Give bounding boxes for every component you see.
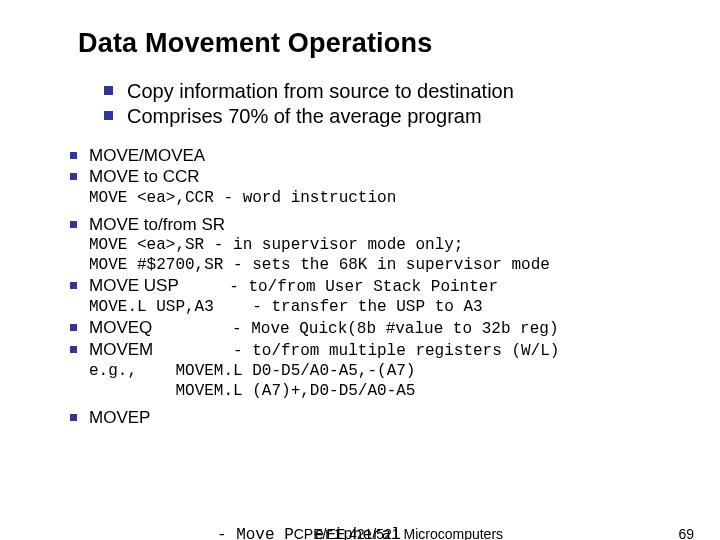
top-bullet-text: Comprises 70% of the average program [127,104,482,129]
code-line: MOVE.L USP,A3 - transfer the USP to A3 [89,297,700,317]
instr-name: MOVEQ [89,318,152,337]
square-bullet-icon [70,324,77,331]
instr-row: MOVEP [70,407,700,428]
square-bullet-icon [70,221,77,228]
code-part: MOVEM.L (A7)+,D0-D5/A0-A5 [175,382,415,400]
movep-desc-before: - Move P [217,526,294,540]
instr-desc: - to/from User Stack Pointer [229,278,498,296]
code-line: MOVE <ea>,CCR - word instruction [89,188,700,208]
instr-label: MOVE USP - to/from User Stack Pointer [89,275,498,297]
instr-row: MOVE to/from SR [70,214,700,235]
top-bullet-row: Copy information from source to destinat… [104,79,700,104]
instr-row: MOVEQ - Move Quick(8b #value to 32b reg) [70,317,700,339]
square-bullet-icon [70,282,77,289]
instr-desc: - to/from multiple registers (W/L) [233,342,559,360]
square-bullet-icon [70,173,77,180]
instr-label: MOVE to CCR [89,166,200,187]
slide: Data Movement Operations Copy informatio… [0,0,720,540]
instruction-group: MOVE/MOVEA MOVE to CCR MOVE <ea>,CCR - w… [70,145,700,428]
instr-label: MOVEP [89,407,150,428]
movep-desc-after: eripheral [314,526,400,540]
code-line: e.g., MOVEM.L D0-D5/A0-A5,-(A7) [89,361,700,381]
instr-row: MOVE USP - to/from User Stack Pointer [70,275,700,297]
overlay-wrap: - Move Peripheral [322,526,399,540]
instr-row: MOVE/MOVEA [70,145,700,166]
instr-row: MOVEM - to/from multiple registers (W/L) [70,339,700,361]
top-bullet-text: Copy information from source to destinat… [127,79,514,104]
code-part: MOVEM.L D0-D5/A0-A5,-(A7) [175,362,415,380]
page-number: 69 [678,526,694,540]
instr-label: MOVE/MOVEA [89,145,205,166]
square-bullet-icon [70,414,77,421]
instr-label: MOVEQ - Move Quick(8b #value to 32b reg) [89,317,558,339]
code-eg: e.g., [89,362,137,380]
square-bullet-icon [70,152,77,159]
square-bullet-icon [70,346,77,353]
top-bullet-group: Copy information from source to destinat… [104,79,700,129]
code-line: MOVEM.L (A7)+,D0-D5/A0-A5 [89,381,700,401]
slide-title: Data Movement Operations [78,28,700,59]
instr-name: MOVE USP [89,276,178,295]
code-desc: - transfer the USP to A3 [252,298,482,316]
code-line: MOVE #$2700,SR - sets the 68K in supervi… [89,255,700,275]
instr-row: MOVE to CCR [70,166,700,187]
instr-label: MOVEM - to/from multiple registers (W/L) [89,339,559,361]
instr-desc: - Move Quick(8b #value to 32b reg) [232,320,558,338]
top-bullet-row: Comprises 70% of the average program [104,104,700,129]
square-bullet-icon [104,86,113,95]
instr-name: MOVEP [89,408,150,427]
code-line: MOVE <ea>,SR - in supervisor mode only; [89,235,700,255]
square-bullet-icon [104,111,113,120]
instr-name: MOVEM [89,340,153,359]
instr-label: MOVE to/from SR [89,214,225,235]
code-part: MOVE.L USP,A3 [89,298,214,316]
